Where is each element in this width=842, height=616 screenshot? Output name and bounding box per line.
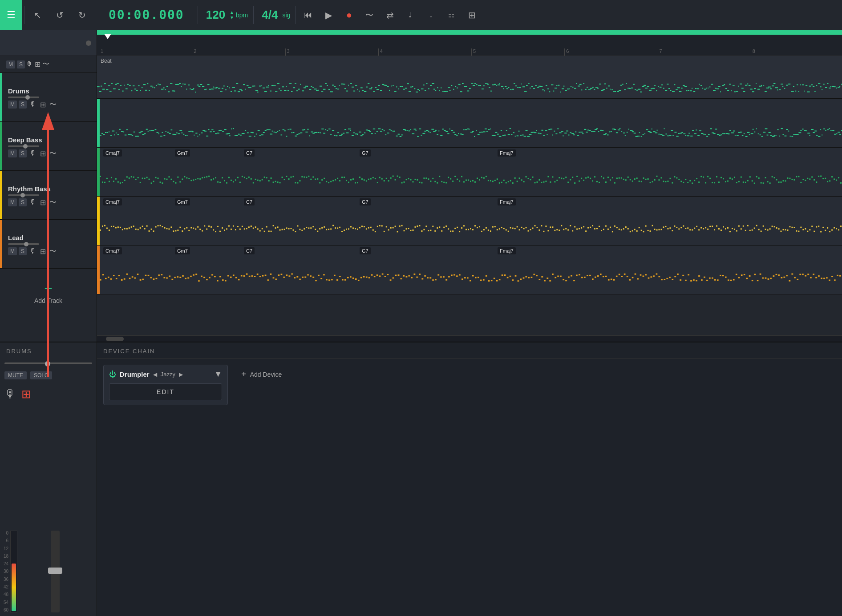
- drums-track-lane[interactable]: [97, 99, 842, 147]
- lead-wave-icon[interactable]: 〜: [49, 247, 57, 256]
- deep-bass-track-lane[interactable]: Cmaj7 Gm7 C7 G7 Fmaj7: [97, 148, 842, 196]
- bpm-down-arrow[interactable]: ▼: [230, 15, 234, 20]
- rhythm-bass-track-lane[interactable]: Cmaj7 Gm7 C7 G7 Fmaj7: [97, 197, 842, 245]
- rhythm-bass-wave-icon[interactable]: 〜: [49, 198, 57, 207]
- drums-section-label: DRUMS: [0, 342, 97, 358]
- lead-seq-icon[interactable]: ⊞: [40, 247, 46, 256]
- drums-slider-row: [4, 362, 92, 364]
- play-button[interactable]: ▶: [318, 0, 339, 30]
- drums-volume-slider[interactable]: [8, 97, 39, 98]
- drums-track-name: Drums: [8, 87, 92, 95]
- redo-button[interactable]: ↻: [71, 0, 93, 30]
- rewind-button[interactable]: ⏮: [298, 0, 318, 30]
- deep-bass-wave-icon[interactable]: 〜: [49, 149, 57, 158]
- deep-bass-track-header[interactable]: Deep Bass M S 🎙 ⊞ 〜: [0, 122, 97, 171]
- drums-color-bar: [0, 73, 2, 121]
- lead-color-bar: [0, 220, 2, 268]
- rhythm-bass-track-header[interactable]: Rhythm Bass M S 🎙 ⊞ 〜: [0, 171, 97, 220]
- add-track-label: Add Track: [34, 297, 62, 304]
- drums-mute-button[interactable]: M: [8, 101, 17, 109]
- drums-bottom-icons: 🎙 ⊞: [4, 387, 92, 401]
- lead-volume-slider[interactable]: [8, 243, 39, 245]
- device-power-button[interactable]: ⏻: [109, 370, 116, 378]
- rhythm-bass-mute-button[interactable]: M: [8, 198, 17, 206]
- beat-seq-icon[interactable]: ⊞: [35, 60, 40, 68]
- drums-wave-icon[interactable]: 〜: [49, 100, 57, 109]
- drums-track-header[interactable]: Drums M S 🎙 ⊞ 〜: [0, 73, 97, 122]
- toolbar-divider-2: [95, 6, 95, 24]
- device-chain-body: ⏻ Drumpler ◀ Jazzy ▶ ▼ EDIT + Add Device: [97, 358, 842, 411]
- drums-mic-icon[interactable]: 🎙: [29, 101, 36, 109]
- cursor-tool-button[interactable]: ↖: [26, 0, 49, 30]
- fader-thumb[interactable]: [48, 568, 62, 574]
- beat-track-lane[interactable]: Beat: [97, 56, 842, 98]
- drums-track-strip: [97, 99, 100, 147]
- drums-solo-button[interactable]: S: [19, 101, 27, 109]
- wave-button[interactable]: 〜: [359, 0, 380, 30]
- toolbar-divider-5: [296, 6, 296, 24]
- drums-mic-bottom-icon[interactable]: 🎙: [4, 387, 16, 401]
- record-button[interactable]: ●: [339, 0, 359, 30]
- bpm-arrows[interactable]: ▲ ▼: [230, 10, 234, 20]
- drums-eq-bottom-icon[interactable]: ⊞: [21, 387, 31, 401]
- beat-mute-button[interactable]: M: [6, 60, 15, 68]
- grid-button[interactable]: ⊞: [461, 0, 482, 30]
- deep-bass-chord-cmaj7: Cmaj7: [103, 149, 122, 157]
- lead-track-header[interactable]: Lead M S 🎙 ⊞ 〜: [0, 220, 97, 269]
- ruler-bar-3: 3: [285, 48, 290, 56]
- export-button[interactable]: ↓: [421, 0, 441, 30]
- loop-button[interactable]: ⇄: [380, 0, 400, 30]
- device-dropdown-button[interactable]: ▼: [214, 370, 222, 379]
- lead-track-lane[interactable]: Cmaj7 Gm7 C7 G7 Fmaj7: [97, 246, 842, 294]
- drums-controls: MUTE SOLO 🎙 ⊞: [0, 358, 97, 527]
- device-preset-name: Jazzy: [161, 371, 175, 378]
- rhythm-bass-seq-icon[interactable]: ⊞: [40, 198, 46, 207]
- scrollbar-thumb[interactable]: [106, 337, 124, 341]
- rhythm-bass-mic-icon[interactable]: 🎙: [29, 198, 36, 206]
- drums-seq-icon[interactable]: ⊞: [40, 101, 46, 109]
- rhythm-bass-volume-slider[interactable]: [8, 194, 39, 196]
- drums-mute-label[interactable]: MUTE: [4, 371, 27, 379]
- bpm-up-arrow[interactable]: ▲: [230, 10, 234, 15]
- bpm-display[interactable]: 120: [203, 8, 228, 22]
- transport-time-display: 00:00.000: [101, 8, 192, 22]
- deep-bass-mute-button[interactable]: M: [8, 149, 17, 157]
- lead-solo-button[interactable]: S: [19, 247, 27, 255]
- time-sig-group: 4/4 sig: [255, 8, 294, 22]
- deep-bass-volume-slider[interactable]: [8, 145, 39, 147]
- lead-mute-button[interactable]: M: [8, 247, 17, 255]
- time-sig-display[interactable]: 4/4: [259, 8, 280, 22]
- undo-button[interactable]: ↺: [49, 0, 71, 30]
- add-track-plus-icon: +: [44, 281, 53, 295]
- toolbar-divider-3: [198, 6, 198, 24]
- toolbar-divider-1: [24, 6, 24, 24]
- drums-main-slider[interactable]: [4, 362, 92, 364]
- menu-button[interactable]: ☰: [0, 0, 22, 30]
- drums-solo-label[interactable]: SOLO: [30, 371, 52, 379]
- device-preset-next-button[interactable]: ▶: [179, 371, 183, 378]
- add-device-button[interactable]: + Add Device: [237, 365, 286, 384]
- horizontal-scrollbar[interactable]: [97, 335, 842, 342]
- beat-mic-icon[interactable]: 🎙: [26, 60, 33, 68]
- mixer-button[interactable]: ⚏: [441, 0, 461, 30]
- beat-wave-icon[interactable]: 〜: [42, 60, 49, 69]
- empty-track-area: [97, 294, 842, 335]
- drums-fader-vu: 0 6 12 18 24 30 36 42 48 54 60: [0, 527, 97, 616]
- ruler-bar-5: 5: [471, 48, 476, 56]
- deep-bass-seq-icon[interactable]: ⊞: [40, 149, 46, 158]
- metronome-button[interactable]: ♩: [400, 0, 421, 30]
- device-edit-button[interactable]: EDIT: [109, 383, 222, 400]
- deep-bass-chord-fmaj7: Fmaj7: [498, 149, 516, 157]
- add-track-button[interactable]: + Add Track: [0, 272, 97, 313]
- rhythm-bass-solo-button[interactable]: S: [19, 198, 27, 206]
- beat-solo-button[interactable]: S: [17, 60, 25, 68]
- lead-chord-g7: G7: [360, 247, 371, 254]
- device-preset-prev-button[interactable]: ◀: [153, 371, 157, 378]
- deep-bass-solo-button[interactable]: S: [19, 149, 27, 157]
- timeline-area: 123456789 Beat Cmaj7 Gm7 C7 G7 Fmaj7: [97, 30, 842, 342]
- vu-labels: 0 6 12 18 24 30 36 42 48 54 60: [4, 531, 10, 612]
- volume-fader[interactable]: [51, 531, 60, 612]
- lead-mic-icon[interactable]: 🎙: [29, 247, 36, 255]
- deep-bass-track-controls: M S 🎙 ⊞ 〜: [8, 149, 92, 158]
- deep-bass-mic-icon[interactable]: 🎙: [29, 149, 36, 157]
